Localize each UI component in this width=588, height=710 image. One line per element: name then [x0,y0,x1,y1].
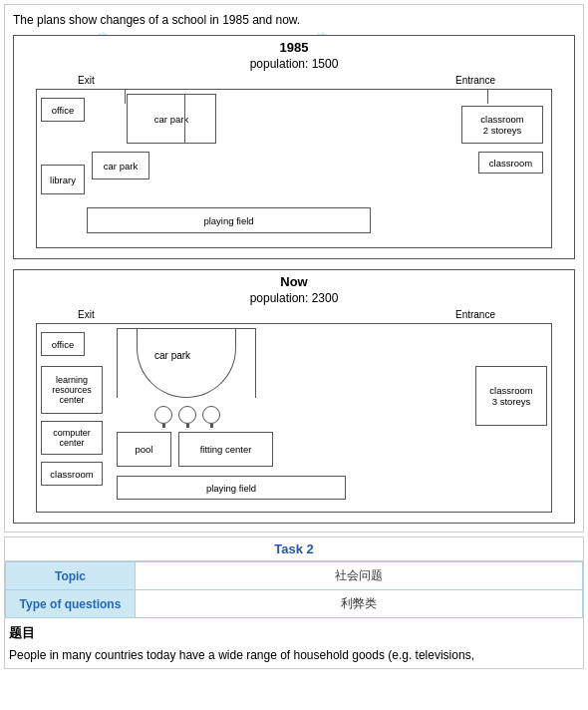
tree-top-3 [202,406,220,424]
plan-now-title: Now [18,274,570,289]
box-office-1985: office [41,98,85,122]
exit-label-1985: Exit [78,75,95,86]
box-playingfield-now: playing field [117,476,346,500]
tree1 [154,406,172,428]
question-text: People in many countries today have a wi… [9,646,579,664]
bottom-section: Task 2 Topic 社会问题 Type of questions 利弊类 … [4,536,584,669]
exit-label-now: Exit [78,309,95,320]
tree-trunk-2 [186,424,189,428]
gap-left-1985 [122,90,126,104]
info-table: Topic 社会问题 Type of questions 利弊类 [5,561,583,618]
box-classroom-now: classroom [41,462,103,486]
tree2 [178,406,196,428]
plan-1985-title: 1985 [18,40,570,55]
tree3 [202,406,220,428]
box-classroom2-1985: classroom2 storeys [461,106,543,144]
box-learning-now: learningresourcescenter [41,366,103,414]
carpark-now-label: car park [154,350,190,361]
plan-container: 1985 population: 1500 Exit Entrance offi… [13,35,575,524]
plan-1985-border: office car park car park classroom2 stor… [36,89,552,248]
topic-value: 社会问题 [136,562,583,590]
box-office-now: office [41,332,85,356]
box-carpark-left-1985: car park [92,152,149,179]
plan-1985: 1985 population: 1500 Exit Entrance offi… [13,35,575,259]
box-computer-now: computercenter [41,421,103,455]
box-classroom3-now: classroom3 storeys [475,366,547,426]
carpark-divider [184,94,185,144]
box-carpark-top-1985: car park [127,94,216,144]
carpark-now-area: car park [117,328,256,398]
tree-trunk-1 [162,424,165,428]
tree-trunk-3 [210,424,213,428]
box-classroom1-1985: classroom [478,152,543,174]
questions-label: Type of questions [6,590,136,618]
entrance-label-now: Entrance [455,309,495,320]
entrance-label-1985: Entrance [455,75,495,86]
plan-1985-subtitle: population: 1500 [18,57,570,71]
plan-now-subtitle: population: 2300 [18,291,570,305]
tree-top-2 [178,406,196,424]
task-header: Task 2 [5,537,583,561]
box-library-1985: library [41,165,85,194]
topic-label: Topic [6,562,136,590]
questions-row: Type of questions 利弊类 [6,590,583,618]
plan-now-border: office car park [36,323,552,513]
topic-row: Topic 社会问题 [6,562,583,590]
tree-top-1 [154,406,172,424]
intro-text: The plans show changes of a school in 19… [13,13,575,27]
question-title: 题目 [9,624,579,642]
diagram-area: The plans show changes of a school in 19… [4,4,584,532]
box-pool-now: pool [117,432,171,467]
gap-right-1985 [487,90,491,104]
box-fitting-now: fitting center [178,432,273,467]
plan-now: Now population: 2300 Exit Entrance offic… [13,269,575,524]
box-playingfield-1985: playing field [87,207,371,233]
question-section: 题目 People in many countries today have a… [5,618,583,668]
questions-value: 利弊类 [136,590,583,618]
